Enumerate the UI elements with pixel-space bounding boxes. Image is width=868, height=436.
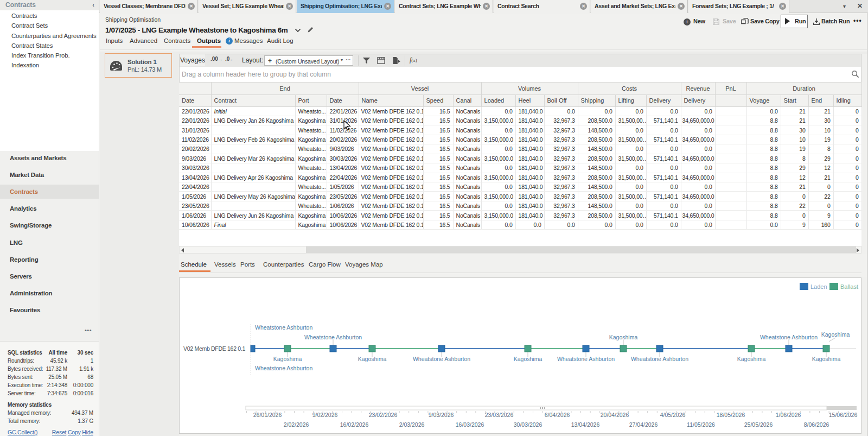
svg-text:30/03/2026: 30/03/2026 xyxy=(514,421,542,428)
svg-text:Kagoshima: Kagoshima xyxy=(358,356,387,362)
svg-text:Kagoshima: Kagoshima xyxy=(737,356,766,362)
svg-text:27/04/2026: 27/04/2026 xyxy=(629,421,658,428)
svg-text:23/03/2026: 23/03/2026 xyxy=(485,412,514,418)
svg-text:2/02/2026: 2/02/2026 xyxy=(284,421,309,428)
svg-text:Ballast: Ballast xyxy=(840,283,858,290)
svg-text:2/03/2026: 2/03/2026 xyxy=(399,421,425,428)
svg-text:13/04/2026: 13/04/2026 xyxy=(571,421,600,428)
svg-text:Wheatstone Ashburton: Wheatstone Ashburton xyxy=(631,356,688,362)
svg-text:9/02/2026: 9/02/2026 xyxy=(312,412,338,418)
svg-text:16/02/2026: 16/02/2026 xyxy=(340,421,369,428)
svg-text:6/04/2026: 6/04/2026 xyxy=(545,412,570,418)
svg-text:Kagoshima: Kagoshima xyxy=(821,331,850,338)
svg-text:Wheatstone Ashburton: Wheatstone Ashburton xyxy=(255,365,312,371)
svg-text:Wheatstone Ashburton: Wheatstone Ashburton xyxy=(255,324,312,331)
svg-text:8/06/2026: 8/06/2026 xyxy=(804,421,829,428)
svg-text:15/06/2026: 15/06/2026 xyxy=(829,412,858,418)
svg-text:Kagoshima: Kagoshima xyxy=(609,334,638,340)
svg-text:11/05/2026: 11/05/2026 xyxy=(687,421,715,428)
svg-text:25/05/2026: 25/05/2026 xyxy=(744,421,773,428)
svg-text:Wheatstone Ashburton: Wheatstone Ashburton xyxy=(413,356,470,362)
svg-text:9/03/2026: 9/03/2026 xyxy=(429,412,454,418)
svg-text:Wheatstone Ashburton: Wheatstone Ashburton xyxy=(304,334,362,340)
svg-text:Kagoshima: Kagoshima xyxy=(514,356,542,362)
svg-text:Wheatstone Ashburton: Wheatstone Ashburton xyxy=(760,334,818,340)
svg-text:23/02/2026: 23/02/2026 xyxy=(369,412,398,418)
svg-text:4/05/2026: 4/05/2026 xyxy=(660,412,686,418)
svg-text:26/01/2026: 26/01/2026 xyxy=(253,412,282,418)
svg-text:Kagoshima: Kagoshima xyxy=(273,356,302,362)
svg-text:18/05/2026: 18/05/2026 xyxy=(717,412,745,418)
svg-text:Laden: Laden xyxy=(810,283,827,290)
svg-text:V02 Memb DFDE 162 0.1: V02 Memb DFDE 162 0.1 xyxy=(183,345,245,352)
svg-text:Wheatstone Ashburton: Wheatstone Ashburton xyxy=(557,356,615,362)
svg-text:Kagoshima: Kagoshima xyxy=(812,356,841,362)
svg-text:20/04/2026: 20/04/2026 xyxy=(601,412,629,418)
svg-text:16/03/2026: 16/03/2026 xyxy=(456,421,484,428)
svg-text:1/06/2026: 1/06/2026 xyxy=(776,412,801,418)
